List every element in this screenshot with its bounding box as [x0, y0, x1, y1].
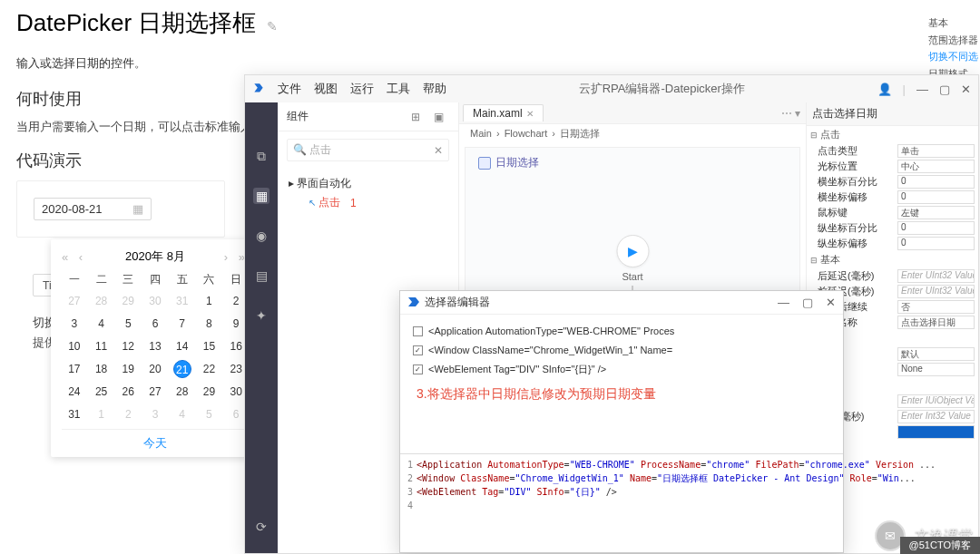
run-icon[interactable]: ◉: [253, 228, 270, 244]
sync-icon[interactable]: ⟳: [253, 519, 270, 535]
calendar-grid: 一 二 三 四 五 六 日 272829303112 3456789 10111…: [62, 272, 249, 423]
demo-date-box: 2020-08-21 ▦: [16, 180, 225, 238]
breadcrumb: Main › Flowchart › 日期选择: [459, 124, 806, 143]
blog-attribution: @51CTO博客: [900, 537, 980, 554]
selector-editor-title: 选择器编辑器: [425, 295, 490, 310]
app-logo-icon: [407, 296, 419, 308]
flow-icon: [478, 157, 491, 170]
props-header: 点击选择日期: [807, 102, 978, 126]
menu-view[interactable]: 视图: [314, 81, 338, 97]
close-icon[interactable]: ✕: [961, 83, 971, 96]
checkbox[interactable]: [413, 326, 423, 336]
selector-xml-editor[interactable]: 1<Application AutomationType="WEB-CHROME…: [400, 453, 843, 516]
user-icon[interactable]: 👤: [877, 83, 892, 96]
cal-title[interactable]: 2020年 8月: [125, 248, 185, 265]
layers-icon[interactable]: ▤: [253, 267, 270, 284]
cal-prev-icons[interactable]: « ‹: [62, 250, 86, 264]
copy-icon[interactable]: ⧉: [253, 148, 270, 164]
date-value: 2020-08-21: [42, 202, 103, 216]
puzzle-icon[interactable]: ✦: [253, 307, 270, 324]
annotation-3: 3.将选择器中日期信息修改为预期日期变量: [400, 383, 843, 408]
tab-main[interactable]: Main.xaml✕: [463, 104, 544, 121]
maximize-icon[interactable]: ▢: [939, 83, 950, 96]
annotation-1: 1: [350, 197, 357, 209]
play-icon: ▶: [616, 235, 649, 267]
calendar-day-21[interactable]: 21: [170, 360, 195, 378]
toc-nav: 基本 范围选择器 切换不同选 日期格式: [928, 15, 978, 83]
page-title: DatePicker 日期选择框 ✎: [16, 7, 964, 39]
grid-icon[interactable]: ▦: [253, 188, 270, 204]
tree-group[interactable]: ▸ 界面自动化: [289, 174, 447, 193]
date-input[interactable]: 2020-08-21 ▦: [34, 198, 152, 220]
search-icon: 🔍: [293, 143, 307, 156]
app-logo-icon: [252, 83, 265, 95]
edit-icon[interactable]: ✎: [267, 19, 278, 34]
tree-item-click[interactable]: ↖点击1: [289, 193, 447, 212]
minimize-icon[interactable]: —: [778, 296, 789, 309]
clear-icon[interactable]: ✕: [434, 144, 443, 157]
tab-more-icon[interactable]: ⋯ ▾: [781, 107, 800, 120]
plus-icon[interactable]: ⊞: [411, 111, 426, 123]
components-header: 组件: [287, 109, 309, 124]
flow-title: 日期选择: [478, 155, 539, 170]
menu-tools[interactable]: 工具: [387, 81, 410, 97]
calendar-icon: ▦: [132, 202, 143, 216]
ide-title: 云扩RPA编辑器-Datepicker操作: [579, 81, 745, 97]
maximize-icon[interactable]: ▢: [802, 296, 813, 309]
menu-run[interactable]: 运行: [350, 81, 374, 97]
calendar-today[interactable]: 今天: [62, 429, 249, 453]
cursor-icon: ↖: [309, 198, 316, 208]
filter-icon[interactable]: ▣: [434, 111, 449, 123]
close-icon[interactable]: ✕: [826, 296, 836, 309]
activity-bar: ⧉ ▦ ◉ ▤ ✦ ⟳: [245, 102, 278, 553]
selector-editor-window: 选择器编辑器 —▢✕ <Application AutomationType="…: [399, 290, 844, 553]
checkbox[interactable]: ✓: [413, 345, 423, 355]
checkbox[interactable]: ✓: [413, 364, 423, 374]
minimize-icon[interactable]: —: [916, 83, 928, 96]
component-search[interactable]: 🔍 点击✕: [287, 139, 449, 161]
calendar-popup: « ‹ 2020年 8月 › » 一 二 三 四 五 六 日 272829303…: [51, 239, 260, 457]
page-desc: 输入或选择日期的控件。: [16, 55, 964, 72]
tab-close-icon[interactable]: ✕: [526, 109, 534, 119]
menu-help[interactable]: 帮助: [423, 81, 446, 97]
menu-file[interactable]: 文件: [278, 81, 301, 97]
